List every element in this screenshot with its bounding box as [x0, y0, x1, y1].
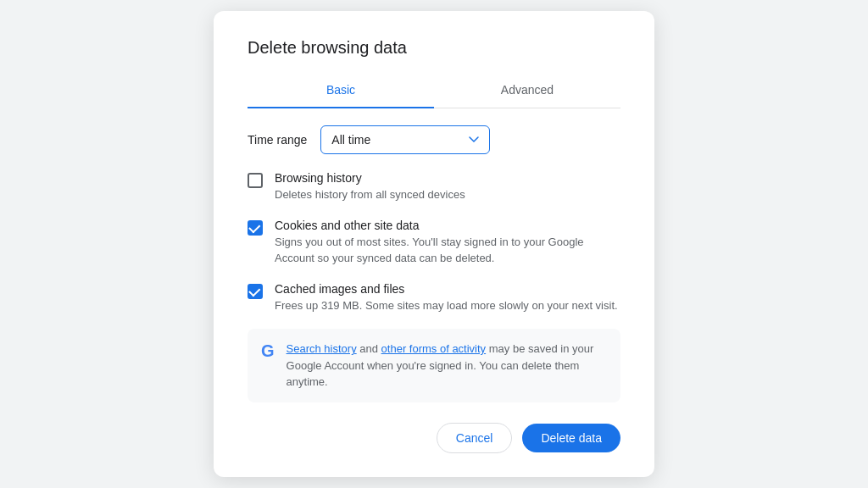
delete-button[interactable]: Delete data — [522, 424, 620, 452]
checkbox-label-cookies: Cookies and other site data — [275, 219, 620, 232]
checkbox-browsing-history[interactable] — [248, 173, 263, 188]
delete-browsing-data-dialog: Delete browsing data Basic Advanced Time… — [214, 11, 654, 477]
dialog-footer: Cancel Delete data — [248, 423, 620, 453]
checkbox-desc-cookies: Signs you out of most sites. You'll stay… — [275, 234, 620, 267]
cancel-button[interactable]: Cancel — [437, 423, 513, 453]
other-forms-link[interactable]: other forms of activity — [381, 342, 487, 355]
tab-bar: Basic Advanced — [248, 75, 620, 108]
tab-advanced[interactable]: Advanced — [434, 75, 620, 108]
checkbox-cached[interactable] — [248, 284, 263, 299]
checkbox-item-cached: Cached images and files Frees up 319 MB.… — [248, 282, 620, 314]
checkbox-item-cookies: Cookies and other site data Signs you ou… — [248, 219, 620, 267]
time-range-row: Time range All time Last hour Last 24 ho… — [248, 125, 620, 154]
time-range-label: Time range — [248, 133, 307, 147]
checkbox-label-browsing-history: Browsing history — [275, 171, 465, 185]
info-text: Search history and other forms of activi… — [287, 341, 607, 391]
info-box: G Search history and other forms of acti… — [248, 329, 620, 402]
checkbox-desc-browsing-history: Deletes history from all synced devices — [275, 186, 465, 203]
checkbox-cookies[interactable] — [248, 220, 263, 236]
tab-basic[interactable]: Basic — [248, 75, 434, 108]
google-g-icon: G — [261, 341, 275, 361]
time-range-select[interactable]: All time Last hour Last 24 hours Last 7 … — [320, 125, 490, 154]
checkbox-item-browsing-history: Browsing history Deletes history from al… — [248, 171, 620, 203]
search-history-link[interactable]: Search history — [287, 342, 357, 355]
checkbox-label-cached: Cached images and files — [275, 282, 618, 296]
checkbox-desc-cached: Frees up 319 MB. Some sites may load mor… — [275, 297, 618, 314]
dialog-title: Delete browsing data — [248, 38, 620, 58]
